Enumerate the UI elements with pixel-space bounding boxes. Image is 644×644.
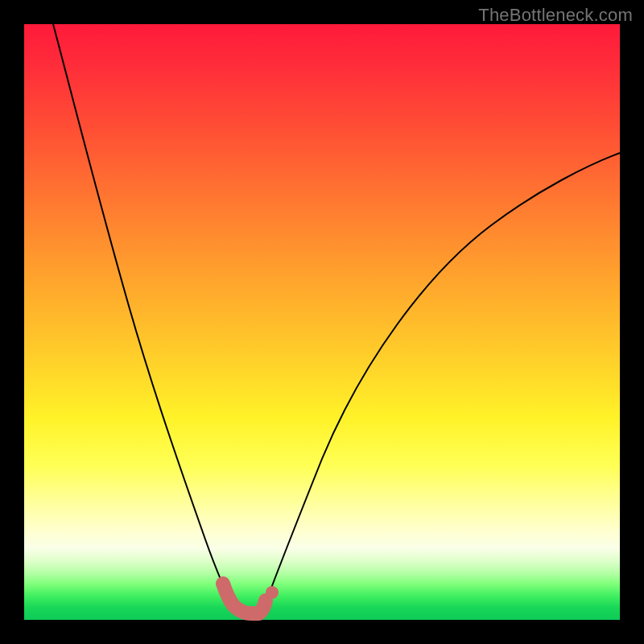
marker-dot [266,586,279,599]
sweet-spot-band [223,584,266,613]
curve-right [262,153,620,612]
curve-layer [24,24,620,620]
plot-area [24,24,620,620]
curve-left [53,24,236,612]
watermark-text: TheBottleneck.com [478,5,633,26]
